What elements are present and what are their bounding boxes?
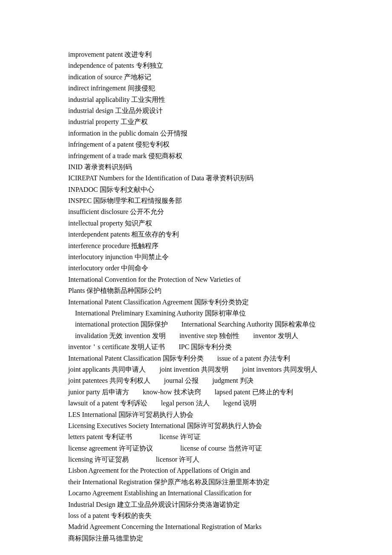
glossary-text: letters patent 专利证书 — [68, 433, 132, 440]
glossary-text: legal person 法人 — [161, 399, 210, 407]
glossary-line: licensing 许可证贸易licensor 许可人 — [68, 454, 324, 465]
glossary-line: Licensing Executives Society Internation… — [68, 420, 324, 431]
glossary-text: journal 公报 — [164, 377, 199, 384]
glossary-text: LES International 国际许可贸易执行人协会 — [68, 411, 193, 418]
glossary-line: letters patent 专利证书license 许可证 — [68, 431, 324, 442]
glossary-line: indirect infringement 间接侵犯 — [68, 83, 324, 94]
glossary-text: INSPEC 国际物理学和工程情报服务部 — [68, 197, 182, 204]
glossary-text: Lisbon Agreement for the Protection of A… — [68, 467, 250, 474]
glossary-text: International Searching Authority 国际检索单位 — [182, 321, 316, 328]
glossary-text: license 许可证 — [159, 433, 200, 440]
glossary-text: Madrid Agreement Concerning the Internat… — [68, 523, 262, 530]
glossary-text: International Patent Classification 国际专利… — [68, 355, 204, 362]
glossary-text: lawsuit of a patent 专利诉讼 — [68, 399, 147, 407]
glossary-line: Locarno Agreement Establishing an Intern… — [68, 488, 324, 499]
glossary-line: joint applicants 共同申请人joint invention 共同… — [68, 364, 324, 375]
glossary-text: lapsed patent 已终止的专利 — [215, 388, 293, 396]
glossary-text: International Preliminary Examining Auth… — [75, 309, 246, 317]
glossary-text: INID 著录资料识别码 — [68, 163, 132, 171]
glossary-text: loss of a patent 专利权的丧失 — [68, 512, 152, 519]
glossary-line: intellectual property 知识产权 — [68, 218, 324, 229]
glossary-text: indirect infringement 间接侵犯 — [68, 84, 155, 92]
glossary-text: interlocutory order 中间命令 — [68, 264, 148, 272]
glossary-line: Madrid Agreement Concerning the Internat… — [68, 521, 324, 532]
glossary-line: infringement of a patent 侵犯专利权 — [68, 139, 324, 150]
glossary-text: licensor 许可人 — [156, 456, 200, 463]
document-page: improvement patent 改进专利independence of p… — [0, 0, 392, 555]
glossary-text: infringement of a patent 侵犯专利权 — [68, 141, 170, 148]
glossary-line: interlocutory injunction 中间禁止令 — [68, 251, 324, 263]
glossary-text: interference procedure 抵触程序 — [68, 242, 159, 249]
glossary-text: International Patent Classification Agre… — [68, 298, 249, 306]
glossary-line: improvement patent 改进专利 — [68, 49, 324, 60]
glossary-text: industrial applicability 工业实用性 — [68, 96, 165, 103]
glossary-line: joint patentees 共同专利权人journal 公报judgment… — [68, 375, 324, 386]
glossary-line: industrial property 工业产权 — [68, 116, 324, 127]
glossary-text: their International Registration 保护原产地名称… — [68, 478, 270, 486]
glossary-text: Industrial Design 建立工业品外观设计国际分类洛迦诺协定 — [68, 501, 240, 508]
glossary-line: international protection 国际保护Internation… — [68, 319, 324, 330]
glossary-line: Plants 保护植物新品种国际公约 — [68, 285, 324, 296]
glossary-line: information in the public domain 公开情报 — [68, 128, 324, 139]
glossary-text: joint patentees 共同专利权人 — [68, 377, 150, 384]
glossary-line: their International Registration 保护原产地名称… — [68, 477, 324, 488]
glossary-text: international protection 国际保护 — [75, 321, 168, 328]
glossary-text: infringement of a trade mark 侵犯商标权 — [68, 152, 182, 159]
glossary-text: improvement patent 改进专利 — [68, 51, 152, 58]
glossary-line: industrial design 工业品外观设计 — [68, 105, 324, 116]
glossary-line: interference procedure 抵触程序 — [68, 240, 324, 251]
glossary-line: invalidation 无效 invention 发明inventive st… — [68, 330, 324, 341]
glossary-text: industrial property 工业产权 — [68, 118, 148, 125]
glossary-text: invalidation 无效 invention 发明 — [75, 332, 166, 339]
glossary-line: International Patent Classification Agre… — [68, 297, 324, 308]
glossary-text: junior party 后申请方 — [68, 388, 129, 396]
glossary-text: indication of source 产地标记 — [68, 73, 151, 81]
glossary-line: ICIREPAT Numbers for the Identification … — [68, 173, 324, 184]
glossary-line: 商标国际注册马德里协定 — [68, 533, 324, 544]
glossary-line: insufficient disclosure 公开不允分 — [68, 206, 324, 217]
glossary-line: license agreement 许可证协议license of course… — [68, 443, 324, 454]
glossary-line: International Convention for the Protect… — [68, 274, 324, 285]
glossary-text: ICIREPAT Numbers for the Identification … — [68, 174, 254, 182]
glossary-line: INID 著录资料识别码 — [68, 162, 324, 173]
glossary-text: 商标国际注册马德里协定 — [68, 535, 143, 542]
glossary-text: Locarno Agreement Establishing an Intern… — [68, 489, 251, 497]
glossary-line: junior party 后申请方know-how 技术诀窍lapsed pat… — [68, 387, 324, 398]
glossary-text: license of course 当然许可证 — [180, 445, 262, 452]
glossary-text: intellectual property 知识产权 — [68, 220, 152, 227]
glossary-line: lawsuit of a patent 专利诉讼legal person 法人l… — [68, 398, 324, 409]
glossary-line: independence of patents 专利独立 — [68, 60, 324, 71]
glossary-text: interlocutory injunction 中间禁止令 — [68, 253, 169, 260]
glossary-line: loss of a patent 专利权的丧失 — [68, 510, 324, 521]
glossary-line: interdependent patents 相互依存的专利 — [68, 229, 324, 240]
glossary-text: Licensing Executives Society Internation… — [68, 422, 262, 429]
glossary-text: joint inventors 共同发明人 — [242, 366, 317, 373]
glossary-text: license agreement 许可证协议 — [68, 445, 153, 452]
glossary-text: know-how 技术诀窍 — [143, 388, 201, 396]
glossary-text: joint invention 共同发明 — [159, 366, 228, 373]
glossary-line: INSPEC 国际物理学和工程情报服务部 — [68, 195, 324, 206]
glossary-text: INPADOC 国际专利文献中心 — [68, 186, 154, 193]
glossary-text: issue of a patent 办法专利 — [217, 355, 291, 362]
glossary-line: industrial applicability 工业实用性 — [68, 94, 324, 105]
glossary-line: interlocutory order 中间命令 — [68, 263, 324, 274]
glossary-line: Industrial Design 建立工业品外观设计国际分类洛迦诺协定 — [68, 499, 324, 510]
glossary-text: inventor＇s certificate 发明人证书 — [68, 343, 165, 350]
glossary-text: information in the public domain 公开情报 — [68, 130, 187, 137]
glossary-text: independence of patents 专利独立 — [68, 62, 163, 69]
glossary-text: joint applicants 共同申请人 — [68, 366, 146, 373]
glossary-line: International Patent Classification 国际专利… — [68, 353, 324, 364]
glossary-line: infringement of a trade mark 侵犯商标权 — [68, 150, 324, 162]
glossary-text: legend 说明 — [223, 399, 257, 407]
glossary-text: interdependent patents 相互依存的专利 — [68, 231, 179, 238]
glossary-line: indication of source 产地标记 — [68, 72, 324, 83]
glossary-text: insufficient disclosure 公开不允分 — [68, 208, 164, 215]
glossary-text: IPC 国际专利分类 — [179, 343, 232, 350]
glossary-text: Plants 保护植物新品种国际公约 — [68, 287, 161, 294]
glossary-text: licensing 许可证贸易 — [68, 456, 129, 463]
glossary-line: International Preliminary Examining Auth… — [68, 308, 324, 319]
glossary-text: International Convention for the Protect… — [68, 276, 241, 283]
glossary-line: INPADOC 国际专利文献中心 — [68, 184, 324, 195]
glossary-line: LES International 国际许可贸易执行人协会 — [68, 409, 324, 420]
glossary-text: inventive step 独创性 — [179, 332, 239, 339]
